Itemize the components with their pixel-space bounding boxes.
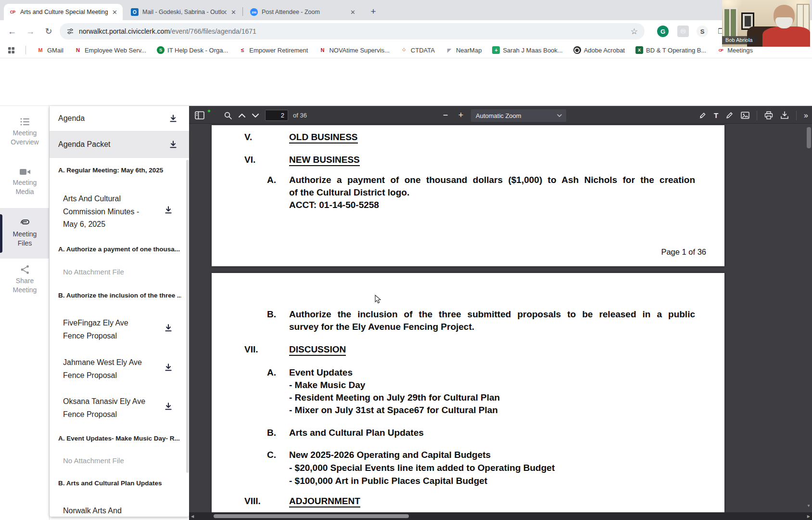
address-bar[interactable]: norwalkct.portal.civicclerk.com/event/76… [60, 23, 645, 39]
apps-grid-icon[interactable] [8, 47, 15, 54]
zoom-in-icon[interactable]: + [456, 107, 466, 124]
tab-outlook-mail[interactable]: Mail - Godeski, Sabrina - Outlook ✕ [126, 4, 241, 20]
scroll-right-arrow-icon[interactable]: ▶ [807, 514, 810, 519]
bookmark-adobe-acrobat[interactable]: Adobe Acrobat [573, 46, 625, 54]
nearmap-favicon [445, 46, 453, 54]
zoom-out-icon[interactable]: − [440, 107, 451, 124]
zoom-favicon [250, 8, 258, 16]
download-icon[interactable] [164, 324, 173, 332]
forward-icon[interactable]: → [24, 25, 37, 38]
attachment-norwalk-arts[interactable]: Norwalk Arts And [63, 505, 166, 517]
bookmark-bd-t-operating[interactable]: BD & T Operating B... [635, 46, 706, 54]
item-letter: B. [267, 308, 276, 321]
agenda-item-regular-meeting[interactable]: A. Regular Meeting: May 6th, 2025 [58, 167, 181, 174]
search-icon[interactable] [224, 107, 232, 124]
sidebar-item-share-meeting[interactable]: Share Meeting [0, 265, 50, 295]
bookmarks-bar: GMail Employee Web Serv... IT Help Desk … [0, 42, 812, 58]
file-row-agenda[interactable]: Agenda [50, 106, 189, 131]
back-icon[interactable]: ← [6, 25, 18, 38]
sidebar-item-meeting-files[interactable]: Meeting Files [0, 218, 50, 248]
bookmark-label: Sarah J Maas Book... [503, 47, 562, 54]
download-icon[interactable] [169, 114, 178, 123]
agenda-item-cultural-plan-updates[interactable]: B. Arts and Cultural Plan Updates [58, 480, 181, 487]
download-icon[interactable] [164, 206, 173, 214]
attachment-oksana-tanasiv-proposal[interactable]: Oksana Tanasiv Ely Ave Fence Proposal [63, 395, 166, 421]
site-info-icon[interactable] [66, 27, 74, 35]
sharepoint-favicon [157, 46, 165, 54]
bookmark-star-icon[interactable]: ☆ [631, 26, 638, 37]
scroll-down-arrow-icon[interactable]: ▼ [807, 504, 811, 508]
close-tab-icon[interactable]: ✕ [349, 8, 357, 16]
rail-label: Overview [0, 138, 50, 147]
tab-arts-culture-meeting[interactable]: Arts and Culture Special Meeting ✕ [4, 4, 123, 20]
file-label: Agenda Packet [58, 140, 111, 149]
print-icon[interactable] [764, 111, 773, 119]
horizontal-scrollbar-thumb[interactable] [214, 514, 409, 518]
attachment-commission-minutes[interactable]: Arts And Cultural Commission Minutes - M… [63, 193, 166, 231]
page-number-input[interactable] [265, 110, 288, 121]
sidebar-item-meeting-overview[interactable]: Meeting Overview [0, 117, 50, 147]
bookmark-empower-retirement[interactable]: Empower Retirement [239, 46, 308, 54]
image-tool-icon[interactable] [741, 112, 749, 119]
extension-icon[interactable]: ⓜ [677, 26, 689, 37]
share-icon [20, 265, 30, 274]
new-tab-button[interactable]: + [367, 5, 380, 18]
more-tools-icon[interactable]: » [804, 111, 808, 120]
agenda-item-authorize-payment[interactable]: A. Authorize a payment of one thousa... [58, 246, 181, 253]
s-extension-icon[interactable]: S [697, 26, 708, 37]
file-row-agenda-packet[interactable]: Agenda Packet [50, 131, 189, 158]
text-tool-icon[interactable]: T [714, 111, 718, 119]
reload-icon[interactable]: ↻ [42, 25, 55, 38]
section-title: DISCUSSION [289, 344, 346, 356]
section-numeral: VIII. [244, 495, 261, 507]
save-icon[interactable] [780, 111, 789, 119]
bookmark-ctdata[interactable]: CTDATA [400, 46, 435, 54]
doc-line: New 2025-2026 Operating and Capital Budg… [289, 448, 555, 461]
file-label: Agenda [58, 114, 85, 123]
download-icon[interactable] [164, 363, 173, 372]
horizontal-scrollbar-track[interactable]: ◀ ▶ [189, 512, 812, 520]
vertical-scrollbar[interactable] [807, 127, 811, 148]
highlight-tool-icon[interactable] [698, 111, 707, 119]
doc-section-new-business: VI. NEW BUSINESS [212, 154, 724, 168]
previous-page-icon[interactable] [238, 107, 246, 124]
bookmark-label: NearMap [456, 47, 482, 54]
file-panel-scrollbar[interactable] [186, 160, 189, 473]
download-icon[interactable] [164, 402, 173, 411]
bookmark-nearmap[interactable]: NearMap [445, 46, 482, 54]
no-attachment-text: No Attachment File [63, 268, 124, 276]
doc-line: Authorize the inclusion of the three sub… [289, 308, 695, 321]
attachment-line: May 6, 2025 [63, 218, 166, 231]
gmail-favicon [37, 46, 44, 54]
attachment-line: Jahmane West Ely Ave [63, 356, 166, 369]
doc-item-plan-updates: B. Arts and Cultural Plan Updates [212, 427, 724, 441]
draw-tool-icon[interactable] [725, 111, 734, 119]
agenda-item-authorize-inclusion[interactable]: B. Authorize the inclusion of the three … [58, 292, 181, 299]
sidebar-item-meeting-media[interactable]: Meeting Media [0, 168, 50, 196]
url-text: norwalkct.portal.civicclerk.com/event/76… [79, 27, 256, 35]
bookmark-sarah-j-maas[interactable]: Sarah J Maas Book... [492, 46, 562, 54]
agenda-item-event-updates[interactable]: A. Event Updates- Make Music Day- R... [58, 435, 181, 442]
tab-zoom-attendee[interactable]: Post Attendee - Zoom ✕ [245, 4, 361, 20]
scroll-left-arrow-icon[interactable]: ◀ [191, 514, 194, 519]
bookmark-novatime[interactable]: NOVAtime Supervis... [318, 46, 389, 54]
bookmark-meetings[interactable]: Meetings [717, 46, 753, 54]
attachment-fivefingaz-proposal[interactable]: FiveFingaz Ely Ave Fence Proposal [63, 317, 166, 342]
section-numeral: VII. [244, 343, 258, 356]
bookmark-employee-web[interactable]: Employee Web Serv... [74, 46, 146, 54]
bookmark-gmail[interactable]: GMail [37, 46, 63, 54]
attachment-jahmane-west-proposal[interactable]: Jahmane West Ely Ave Fence Proposal [63, 356, 166, 382]
rail-label: Meeting [0, 230, 50, 239]
bookmarks-separator [25, 46, 26, 54]
sidebar-toggle-icon[interactable] [195, 107, 204, 124]
attachment-line: Norwalk Arts And [63, 505, 166, 517]
download-icon[interactable] [169, 140, 178, 149]
next-page-icon[interactable] [252, 107, 259, 124]
zoom-level-select[interactable]: Automatic Zoom [471, 109, 566, 122]
grammarly-extension-icon[interactable]: G [657, 26, 669, 37]
close-tab-icon[interactable]: ✕ [111, 8, 119, 16]
list-icon [20, 117, 30, 127]
bookmark-it-help-desk[interactable]: IT Help Desk - Orga... [157, 46, 228, 54]
doc-line: of the Cultural District logo. [289, 186, 695, 199]
close-tab-icon[interactable]: ✕ [229, 8, 238, 16]
